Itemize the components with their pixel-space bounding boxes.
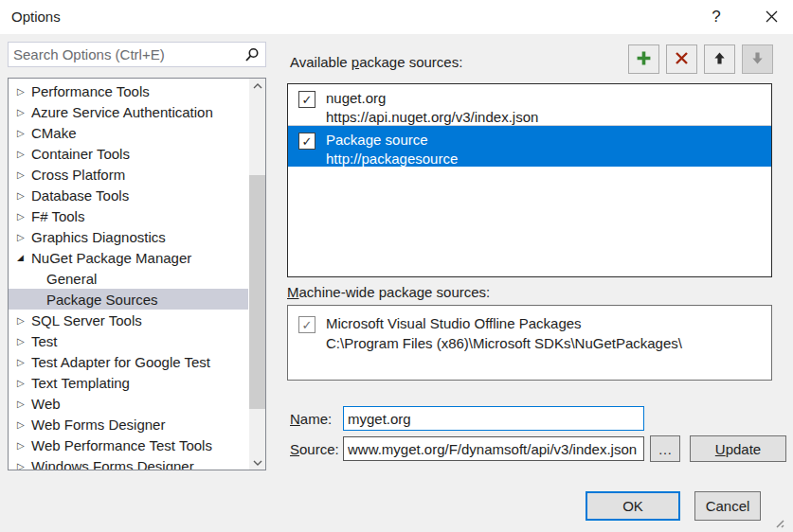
check-icon: ✓ — [302, 134, 313, 149]
search-box — [8, 42, 266, 67]
sidebar-item-fsharp-tools[interactable]: ▷F# Tools — [9, 205, 248, 226]
resize-grip-icon[interactable] — [771, 515, 784, 531]
collapse-arrow-icon: ▷ — [17, 399, 31, 409]
collapse-arrow-icon: ▷ — [17, 461, 31, 471]
sidebar-item-container-tools[interactable]: ▷Container Tools — [9, 143, 248, 164]
window-title: Options — [11, 9, 61, 25]
source-url: http://packagesource — [326, 151, 458, 167]
machine-source-row[interactable]: ✓ Microsoft Visual Studio Offline Packag… — [288, 306, 771, 353]
ok-button[interactable]: OK — [586, 491, 680, 521]
sidebar-item-nuget-package-manager[interactable]: ◢NuGet Package Manager — [9, 247, 248, 268]
collapse-arrow-icon: ▷ — [17, 419, 31, 430]
tree-item-label: Test — [31, 333, 58, 349]
source-enabled-checkbox[interactable]: ✓ — [298, 91, 315, 108]
ellipsis-icon: … — [658, 441, 673, 457]
up-arrow-icon — [712, 51, 727, 68]
tree-item-label: Database Tools — [31, 187, 129, 204]
x-icon — [675, 51, 689, 68]
tree-item-label: Web — [31, 396, 61, 412]
tree-item-label: SQL Server Tools — [31, 312, 142, 328]
collapse-arrow-icon: ▷ — [17, 86, 31, 97]
source-enabled-checkbox[interactable]: ✓ — [298, 316, 315, 333]
sidebar-item-performance-tools[interactable]: ▷Performance Tools — [9, 80, 248, 101]
tree-item-label: F# Tools — [31, 208, 84, 224]
name-input[interactable] — [343, 406, 644, 431]
package-source-row-nuget-org[interactable]: ✓ nuget.orghttps://api.nuget.org/v3/inde… — [288, 84, 771, 126]
tree-item-label: Cross Platform — [31, 167, 125, 183]
move-up-button[interactable] — [704, 44, 735, 74]
source-label: Source: — [290, 441, 339, 457]
collapse-arrow-icon: ▷ — [17, 211, 31, 222]
cancel-button[interactable]: Cancel — [694, 491, 761, 521]
source-path: C:\Program Files (x86)\Microsoft SDKs\Nu… — [326, 335, 682, 351]
tree-item-label: Web Performance Test Tools — [31, 437, 212, 453]
scrollbar-thumb[interactable] — [249, 175, 265, 409]
collapse-arrow-icon: ▷ — [17, 357, 31, 367]
scroll-up-button[interactable] — [249, 79, 265, 93]
collapse-arrow-icon: ▷ — [17, 378, 31, 388]
check-icon: ✓ — [302, 93, 313, 107]
remove-source-button[interactable] — [666, 44, 697, 74]
sidebar-item-nuget-general[interactable]: General — [9, 268, 248, 289]
tree-item-label: Performance Tools — [31, 83, 150, 99]
collapse-arrow-icon: ▷ — [17, 232, 31, 242]
source-name: Package source — [326, 132, 428, 148]
scroll-down-button[interactable] — [249, 455, 265, 470]
name-label: Name: — [290, 411, 332, 427]
source-name: Microsoft Visual Studio Offline Packages — [326, 315, 582, 331]
source-input[interactable] — [343, 436, 644, 461]
tree-item-label: Graphics Diagnostics — [31, 229, 166, 245]
sidebar-item-sql-server-tools[interactable]: ▷SQL Server Tools — [9, 310, 248, 330]
title-bar: Options ? — [0, 0, 793, 34]
sidebar-item-text-templating[interactable]: ▷Text Templating — [9, 372, 248, 393]
tree-item-label: Container Tools — [31, 146, 130, 162]
tree-item-label: General — [46, 271, 97, 287]
sidebar-item-web[interactable]: ▷Web — [9, 393, 248, 414]
move-down-button[interactable] — [742, 44, 773, 74]
close-button[interactable] — [758, 7, 784, 29]
add-source-button[interactable] — [628, 44, 659, 74]
update-button[interactable]: Update — [690, 435, 786, 462]
down-arrow-icon — [750, 51, 765, 68]
tree-item-label: Windows Forms Designer — [31, 458, 194, 471]
collapse-arrow-icon: ▷ — [17, 336, 31, 346]
package-source-list: ✓ nuget.orghttps://api.nuget.org/v3/inde… — [287, 83, 772, 277]
search-icon — [244, 47, 260, 65]
sidebar-item-web-forms-designer[interactable]: ▷Web Forms Designer — [9, 414, 248, 434]
browse-button[interactable]: … — [650, 435, 680, 462]
options-tree: ▷Performance Tools ▷Azure Service Authen… — [8, 78, 266, 470]
tree-item-label: Web Forms Designer — [31, 417, 165, 433]
sidebar-item-cross-platform[interactable]: ▷Cross Platform — [9, 164, 248, 185]
source-enabled-checkbox[interactable]: ✓ — [298, 133, 315, 150]
sidebar-item-test-adapter-for-google-test[interactable]: ▷Test Adapter for Google Test — [9, 351, 248, 372]
machine-sources-label: Machine-wide package sources: — [287, 284, 490, 300]
sidebar-item-test[interactable]: ▷Test — [9, 330, 248, 351]
collapse-arrow-icon: ▷ — [17, 107, 31, 117]
sidebar-item-cmake[interactable]: ▷CMake — [9, 122, 248, 143]
sidebar-item-web-performance-test-tools[interactable]: ▷Web Performance Test Tools — [9, 434, 248, 455]
tree-item-label: Text Templating — [31, 375, 130, 391]
tree-item-label: NuGet Package Manager — [31, 250, 191, 266]
collapse-arrow-icon: ▷ — [17, 315, 31, 326]
collapse-arrow-icon: ▷ — [17, 128, 31, 138]
machine-source-list: ✓ Microsoft Visual Studio Offline Packag… — [287, 305, 772, 381]
sidebar-item-database-tools[interactable]: ▷Database Tools — [9, 185, 248, 205]
plus-icon — [636, 50, 652, 69]
tree-item-label: Test Adapter for Google Test — [31, 354, 210, 370]
source-url: https://api.nuget.org/v3/index.json — [326, 109, 538, 125]
check-icon: ✓ — [302, 318, 313, 332]
sidebar-item-graphics-diagnostics[interactable]: ▷Graphics Diagnostics — [9, 226, 248, 247]
collapse-arrow-icon: ▷ — [17, 440, 31, 451]
tree-item-label: CMake — [31, 125, 77, 141]
sidebar-item-azure-service-authentication[interactable]: ▷Azure Service Authentication — [9, 101, 248, 122]
tree-item-label: Azure Service Authentication — [31, 104, 213, 120]
collapse-arrow-icon: ▷ — [17, 149, 31, 159]
sidebar-scrollbar[interactable] — [249, 79, 265, 470]
package-source-row-package-source[interactable]: ✓ Package sourcehttp://packagesource — [288, 126, 771, 167]
search-input[interactable] — [13, 44, 236, 65]
sidebar-item-windows-forms-designer[interactable]: ▷Windows Forms Designer — [9, 455, 248, 470]
help-button[interactable]: ? — [705, 5, 728, 29]
sidebar-item-nuget-package-sources[interactable]: Package Sources — [9, 289, 248, 310]
close-icon — [765, 9, 779, 27]
help-icon: ? — [712, 8, 720, 26]
